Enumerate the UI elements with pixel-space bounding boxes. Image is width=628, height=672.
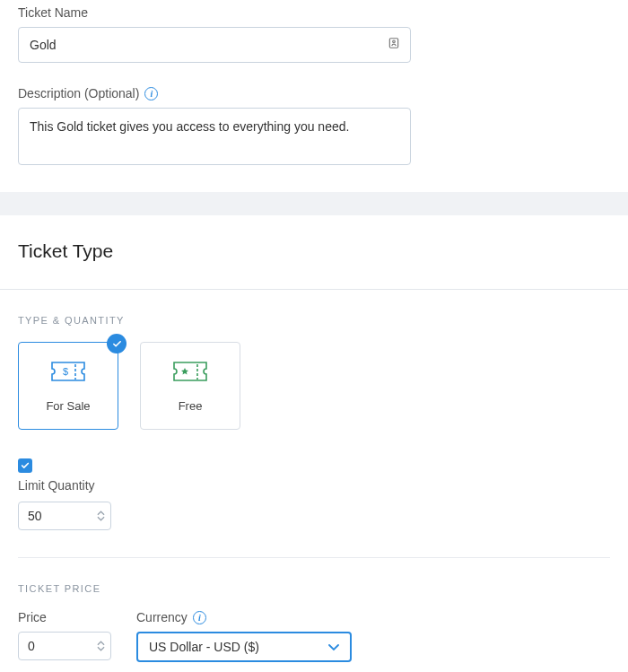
for-sale-label: For Sale bbox=[46, 399, 90, 413]
section-title: Ticket Type bbox=[0, 215, 628, 289]
contact-card-icon bbox=[388, 37, 400, 53]
limit-quantity-label: Limit Quantity bbox=[18, 478, 610, 493]
svg-point-1 bbox=[393, 40, 396, 43]
ticket-name-label: Ticket Name bbox=[18, 5, 610, 20]
info-icon[interactable]: i bbox=[144, 87, 158, 100]
ticket-dollar-icon: $ bbox=[50, 360, 86, 387]
free-label: Free bbox=[179, 399, 203, 413]
type-quantity-header: TYPE & QUANTITY bbox=[0, 290, 628, 342]
currency-value: US Dollar - USD ($) bbox=[149, 640, 259, 654]
description-label: Description (Optional) i bbox=[18, 86, 610, 100]
stepper-arrows-icon[interactable] bbox=[97, 502, 105, 529]
price-value: 0 bbox=[28, 639, 35, 653]
type-card-for-sale[interactable]: $ For Sale bbox=[18, 342, 118, 430]
currency-label: Currency i bbox=[136, 610, 352, 624]
ticket-price-header: TICKET PRICE bbox=[0, 558, 628, 610]
limit-quantity-stepper[interactable]: 50 bbox=[18, 502, 111, 530]
svg-text:$: $ bbox=[63, 366, 68, 377]
type-card-free[interactable]: Free bbox=[140, 342, 240, 430]
limit-quantity-checkbox[interactable] bbox=[18, 458, 32, 473]
limit-quantity-value: 50 bbox=[28, 509, 42, 523]
currency-select[interactable]: US Dollar - USD ($) bbox=[136, 632, 352, 662]
ticket-name-input[interactable] bbox=[18, 27, 411, 63]
price-label: Price bbox=[18, 610, 111, 624]
description-textarea[interactable]: This Gold ticket gives you access to eve… bbox=[18, 108, 411, 165]
info-icon[interactable]: i bbox=[193, 611, 206, 624]
stepper-arrows-icon[interactable] bbox=[97, 633, 105, 659]
price-stepper[interactable]: 0 bbox=[18, 632, 111, 660]
chevron-down-icon bbox=[328, 640, 339, 654]
ticket-star-icon bbox=[172, 360, 208, 387]
check-badge-icon bbox=[107, 334, 126, 353]
section-gap bbox=[0, 192, 628, 215]
